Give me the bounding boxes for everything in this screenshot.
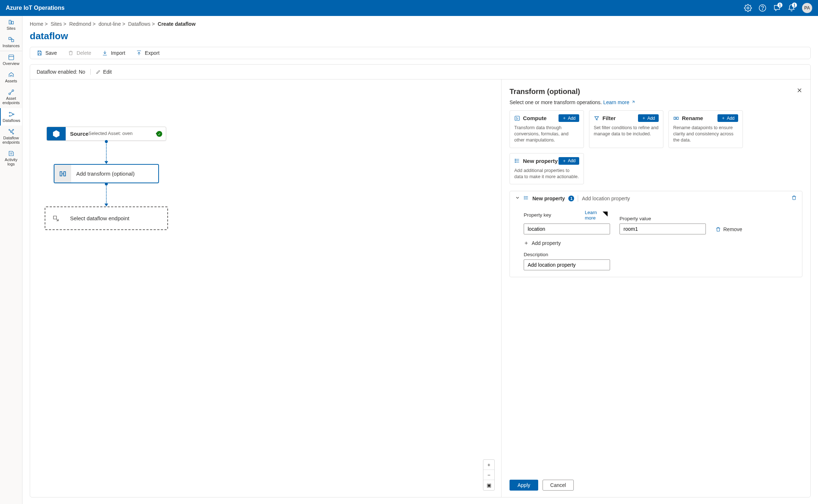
nav-sites[interactable]: Sites [0, 16, 22, 33]
remove-property-button[interactable]: Remove [715, 226, 742, 234]
transform-node[interactable]: Add transform (optional) [54, 164, 159, 183]
endpoint-icon [45, 207, 66, 229]
user-avatar[interactable]: PA [802, 3, 812, 13]
success-icon [156, 131, 162, 137]
op-rename: Rename ＋ Add Rename datapoints to ensure… [668, 110, 743, 148]
zoom-controls: + − ▣ [483, 459, 495, 491]
list-icon [524, 195, 529, 201]
source-node[interactable]: Source Selected Asset: oven ••• [46, 127, 166, 141]
svg-point-26 [524, 198, 524, 198]
svg-point-16 [12, 133, 13, 134]
svg-rect-7 [9, 55, 14, 60]
help-icon[interactable] [758, 4, 766, 12]
svg-rect-18 [64, 172, 66, 176]
nav-instances[interactable]: Instances [0, 33, 22, 51]
edit-enabled-button[interactable]: Edit [90, 69, 112, 75]
learn-more-link[interactable]: Learn more [603, 99, 635, 105]
dataflow-status-row: Dataflow enabled: No Edit [30, 65, 810, 79]
page-title: dataflow [30, 29, 811, 47]
svg-rect-6 [11, 40, 13, 42]
svg-point-25 [524, 196, 524, 197]
nav-activity-logs[interactable]: Activity logs [0, 147, 22, 169]
svg-rect-4 [11, 21, 13, 24]
svg-point-0 [747, 7, 749, 9]
add-newproperty-button[interactable]: ＋ Add [559, 157, 579, 165]
description-input[interactable] [524, 259, 610, 270]
fit-button[interactable]: ▣ [483, 480, 494, 490]
cancel-button[interactable]: Cancel [543, 480, 574, 491]
breadcrumb-item[interactable]: Redmond [69, 21, 91, 27]
feedback-badge: 1 [777, 3, 782, 8]
export-button[interactable]: Export [136, 50, 159, 56]
add-property-button[interactable]: Add property [524, 240, 795, 246]
op-compute: Compute ＋ Add Transform data through con… [510, 110, 584, 148]
nav-dataflows[interactable]: Dataflows [0, 108, 22, 126]
svg-rect-17 [60, 172, 62, 176]
delete-button: Delete [68, 50, 91, 56]
left-nav: Sites Instances Overview Assets Asset en… [0, 16, 23, 504]
op-new-property: New property ＋ Add Add additional proper… [510, 153, 584, 185]
feedback-icon[interactable]: 1 [773, 4, 781, 12]
add-compute-button[interactable]: ＋ Add [559, 114, 579, 122]
svg-point-2 [762, 9, 762, 10]
add-filter-button[interactable]: ＋ Add [638, 114, 659, 122]
property-key-input[interactable] [524, 224, 610, 234]
endpoint-node[interactable]: Select dataflow endpoint [45, 206, 168, 230]
breadcrumb-current: Create dataflow [158, 21, 196, 27]
op-filter: Filter ＋ Add Set filter conditions to re… [589, 110, 663, 148]
svg-rect-5 [9, 37, 11, 40]
apply-button[interactable]: Apply [510, 480, 538, 491]
nav-dataflow-endpoints[interactable]: Dataflow endpoints [0, 126, 22, 147]
zoom-out-button[interactable]: − [483, 470, 494, 480]
breadcrumb-item[interactable]: donut-line [98, 21, 121, 27]
panel-title: Transform (optional) [510, 87, 580, 96]
app-title: Azure IoT Operations [6, 5, 65, 11]
breadcrumb: Home> Sites> Redmond> donut-line> Datafl… [30, 16, 811, 29]
svg-point-15 [12, 129, 13, 130]
nav-asset-endpoints[interactable]: Asset endpoints [0, 86, 22, 108]
dataflow-canvas[interactable]: Source Selected Asset: oven ••• [30, 79, 501, 497]
breadcrumb-item[interactable]: Dataflows [128, 21, 150, 27]
chevron-down-icon[interactable] [515, 195, 520, 201]
notifications-badge: 1 [792, 3, 797, 8]
nav-assets[interactable]: Assets [0, 69, 22, 86]
nav-overview[interactable]: Overview [0, 51, 22, 69]
transform-icon [54, 165, 71, 183]
transform-panel: Transform (optional) Select one or more … [501, 79, 810, 497]
settings-icon[interactable] [744, 4, 752, 12]
add-rename-button[interactable]: ＋ Add [717, 114, 738, 122]
svg-point-12 [13, 114, 14, 115]
svg-rect-3 [9, 20, 11, 24]
new-property-section: New property 1 Add location property [510, 191, 802, 277]
import-button[interactable]: Import [102, 50, 125, 56]
svg-rect-21 [676, 117, 678, 119]
top-header: Azure IoT Operations 1 1 PA [0, 0, 818, 16]
cube-icon [47, 127, 66, 140]
svg-point-11 [9, 115, 10, 116]
save-button[interactable]: Save [37, 50, 57, 56]
operations-grid: Compute ＋ Add Transform data through con… [502, 110, 810, 191]
learn-more-key-link[interactable]: Learn more [585, 209, 610, 221]
breadcrumb-item[interactable]: Sites [50, 21, 62, 27]
toolbar: Save Delete Import Export [30, 47, 811, 59]
property-value-input[interactable] [619, 224, 706, 234]
close-icon[interactable] [797, 87, 802, 94]
svg-point-14 [9, 129, 10, 130]
delete-section-icon[interactable] [791, 195, 797, 202]
svg-rect-20 [674, 117, 676, 119]
svg-point-10 [9, 112, 10, 113]
property-count-badge: 1 [568, 196, 574, 201]
zoom-in-button[interactable]: + [483, 460, 494, 470]
notifications-icon[interactable]: 1 [788, 4, 795, 12]
breadcrumb-item[interactable]: Home [30, 21, 43, 27]
dataflow-enabled-label: Dataflow enabled: No [37, 69, 85, 75]
svg-point-27 [524, 199, 524, 199]
